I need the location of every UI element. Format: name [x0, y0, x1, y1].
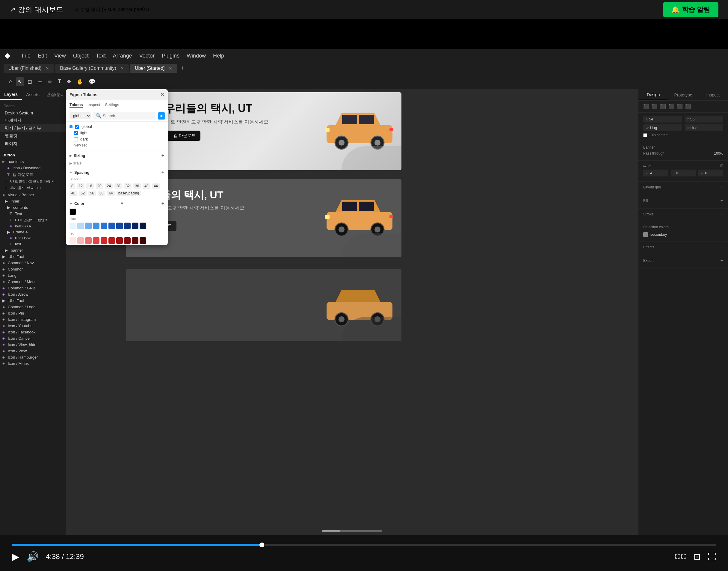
- menu-vector[interactable]: Vector: [139, 53, 154, 59]
- back-button[interactable]: ↗ 강의 대시보드: [10, 5, 63, 14]
- layer-icon-arrow[interactable]: ◈ Icon / Arrow: [0, 291, 66, 298]
- color-blue-600[interactable]: [108, 223, 115, 229]
- sidebar-tab-edit[interactable]: 편집/분..: [44, 89, 66, 100]
- color-red-300[interactable]: [85, 237, 92, 244]
- layer-text[interactable]: T Text: [0, 211, 66, 217]
- token-set-dark-checkbox[interactable]: [74, 137, 78, 141]
- color-blue-100[interactable]: [70, 223, 76, 229]
- comment-tool[interactable]: 💬: [87, 77, 97, 86]
- spacing-60[interactable]: 60: [98, 191, 105, 196]
- layer-common-logo[interactable]: ◈ Common / Logo: [0, 304, 66, 310]
- padding-h-field[interactable]: ↕ 0: [671, 169, 696, 177]
- frame-tool[interactable]: ⊡: [26, 77, 34, 86]
- layer-inner[interactable]: ▶ inner: [0, 198, 66, 204]
- layer-icon-youtube[interactable]: ◈ Icon / Youtube: [0, 323, 66, 329]
- color-blue-900[interactable]: [132, 223, 138, 229]
- tokens-tab-settings[interactable]: Settings: [105, 102, 119, 108]
- select-tool[interactable]: ↖: [16, 77, 24, 86]
- right-tab-prototype[interactable]: Prototype: [669, 89, 698, 100]
- spacing-40[interactable]: 40: [143, 183, 150, 189]
- color-list-icon[interactable]: ≡: [120, 201, 123, 206]
- tokens-apply-blue-button[interactable]: ■: [158, 112, 165, 120]
- color-red-800[interactable]: [124, 237, 131, 244]
- add-tab-button[interactable]: +: [178, 64, 187, 73]
- selection-color-dot[interactable]: [643, 232, 648, 237]
- tokens-tab-tokens[interactable]: Tokens: [70, 102, 83, 108]
- components-tool[interactable]: ❖: [65, 77, 73, 86]
- spacing-12[interactable]: 12: [77, 183, 85, 189]
- alert-button[interactable]: 🔔 학습 알림: [663, 2, 718, 17]
- align-middle-button[interactable]: ⬛: [677, 104, 683, 109]
- tokens-apply-gray-button[interactable]: {}: [166, 112, 168, 120]
- spacing-header[interactable]: ▼ Spacing +: [66, 168, 168, 176]
- layer-common[interactable]: ◈ Common: [0, 266, 66, 272]
- tokens-close-button[interactable]: ✕: [160, 92, 164, 97]
- spacing-base[interactable]: baseSpacing: [117, 191, 141, 196]
- spacing-52[interactable]: 52: [79, 191, 86, 196]
- color-red-400[interactable]: [93, 237, 100, 244]
- tab-uber-finished[interactable]: Uber (Finished) ✕: [4, 64, 54, 73]
- spacing-44[interactable]: 44: [152, 183, 160, 189]
- w-field[interactable]: W Hug: [643, 124, 682, 131]
- layer-icon-view[interactable]: ◈ Icon / View: [0, 348, 66, 354]
- layer-title-ut[interactable]: T 우리들의 택시, UT: [0, 185, 66, 192]
- tab-base-gallery[interactable]: Base Gallery (Community) ✕: [55, 64, 129, 73]
- layer-ut-text[interactable]: T UT로 안전하고 편안 차...: [0, 217, 66, 223]
- layer-common-gnb[interactable]: ◈ Common / GNB: [0, 285, 66, 291]
- menu-object[interactable]: Object: [73, 53, 89, 59]
- new-set-item[interactable]: New set: [66, 142, 168, 148]
- right-tab-inspect[interactable]: Inspect: [698, 89, 728, 100]
- color-blue-300[interactable]: [85, 223, 92, 229]
- layer-icon-download[interactable]: ◈ Icon / Download: [0, 165, 66, 171]
- layout-wrap-button[interactable]: ⤢: [648, 163, 651, 168]
- color-red-100[interactable]: [70, 237, 76, 244]
- add-export-button[interactable]: +: [721, 258, 723, 263]
- home-tool[interactable]: ⌂: [7, 77, 14, 86]
- x-field[interactable]: X 54: [643, 116, 682, 123]
- layout-direction-button[interactable]: ⇆: [643, 163, 646, 168]
- add-stroke-button[interactable]: +: [721, 212, 723, 217]
- tokens-global-select[interactable]: global: [70, 112, 91, 119]
- sizing-add-button[interactable]: +: [161, 153, 164, 158]
- color-blue-800[interactable]: [124, 223, 131, 229]
- spacing-24[interactable]: 24: [105, 183, 113, 189]
- token-set-light[interactable]: light: [66, 130, 168, 136]
- page-page[interactable]: 페이지: [0, 140, 66, 148]
- y-field[interactable]: Y 55: [685, 116, 724, 123]
- spacing-64[interactable]: 64: [107, 191, 114, 196]
- layer-app-download[interactable]: T 앱 다운로드: [0, 171, 66, 178]
- add-fill-button[interactable]: +: [721, 198, 723, 203]
- color-red-500[interactable]: [101, 237, 107, 244]
- tab-close-icon[interactable]: ✕: [120, 66, 124, 71]
- menu-plugins[interactable]: Plugins: [162, 53, 179, 59]
- layer-icon-hamburger[interactable]: ◈ Icon / Hamburger: [0, 354, 66, 360]
- align-right-button[interactable]: ⬛: [660, 104, 666, 109]
- scroll-indicator[interactable]: [322, 530, 382, 532]
- color-red-900[interactable]: [132, 237, 138, 244]
- spacing-28[interactable]: 28: [114, 183, 122, 189]
- menu-view[interactable]: View: [54, 53, 66, 59]
- layer-common-nav[interactable]: ◈ Common / Nav: [0, 260, 66, 266]
- token-set-light-checkbox[interactable]: [74, 131, 78, 135]
- play-button[interactable]: ▶: [12, 551, 19, 562]
- sidebar-tab-layers[interactable]: Layers: [0, 89, 22, 100]
- spacing-16[interactable]: 16: [86, 183, 94, 189]
- layer-icon-cancel[interactable]: ◈ Icon / Cancel: [0, 335, 66, 342]
- progress-track[interactable]: [12, 544, 716, 546]
- captions-button[interactable]: CC: [675, 552, 686, 561]
- spacing-add-button[interactable]: +: [161, 169, 164, 175]
- layer-subtitle[interactable]: T UT로 안전하고 편안한 차량 서...: [0, 178, 66, 185]
- color-red-1000[interactable]: [140, 237, 146, 244]
- layer-icon-facebook[interactable]: ◈ Icon / Facebook: [0, 329, 66, 335]
- align-center-button[interactable]: ⬛: [651, 104, 657, 109]
- fullscreen-button[interactable]: ⛶: [708, 552, 716, 562]
- sidebar-tab-assets[interactable]: Assets: [22, 89, 44, 100]
- color-red-600[interactable]: [108, 237, 115, 244]
- menu-window[interactable]: Window: [187, 53, 206, 59]
- theater-mode-button[interactable]: ⊡: [694, 552, 701, 562]
- layer-icon-minus[interactable]: ◈ Icon / Minus: [0, 360, 66, 367]
- layer-icon-pin[interactable]: ◈ Icon / Pin: [0, 310, 66, 316]
- layout-align-button[interactable]: ⊡: [720, 163, 723, 168]
- layer-text2[interactable]: T text: [0, 241, 66, 247]
- spacing-56[interactable]: 56: [88, 191, 96, 196]
